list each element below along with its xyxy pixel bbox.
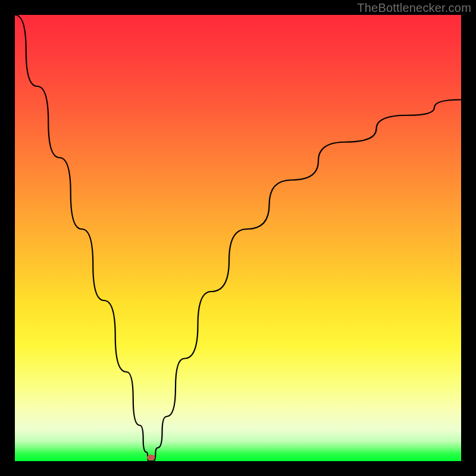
- chart-svg: [15, 15, 461, 461]
- plot-area: [15, 15, 461, 461]
- optimum-marker: [147, 455, 155, 461]
- chart-frame: TheBottlenecker.com: [0, 0, 476, 476]
- watermark-text: TheBottlenecker.com: [357, 1, 471, 15]
- bottleneck-curve: [15, 15, 461, 461]
